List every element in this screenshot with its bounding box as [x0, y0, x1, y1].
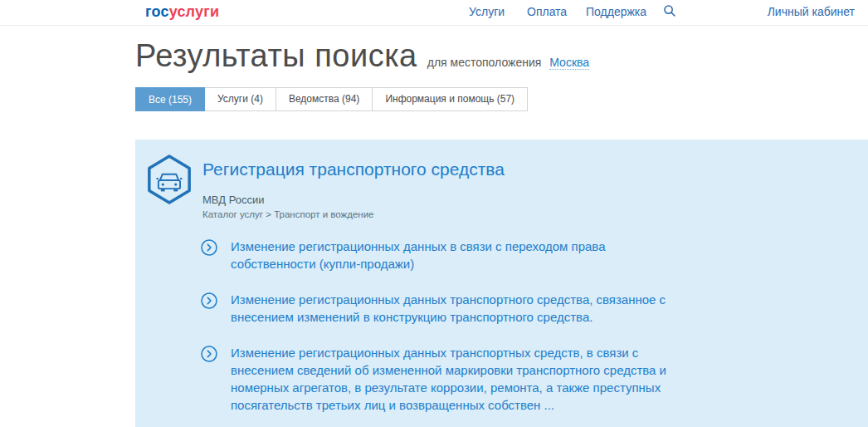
nav-link-support[interactable]: Поддержка: [586, 5, 646, 18]
tab-services[interactable]: Услуги (4): [205, 87, 276, 111]
chevron-right-icon: [201, 346, 217, 366]
list-item-label: Изменение регистрационных данных транспо…: [231, 344, 675, 414]
nav-link-payment[interactable]: Оплата: [527, 5, 567, 18]
result-title-link[interactable]: Регистрация транспортного средства: [202, 160, 505, 179]
list-item-label: Изменение регистрационных данных в связи…: [231, 238, 675, 272]
nav-link-account[interactable]: Личный кабинет: [768, 5, 855, 18]
tab-info-help[interactable]: Информация и помощь (57): [373, 87, 528, 111]
top-header: госуслуги Услуги Оплата Поддержка Личный…: [0, 0, 868, 26]
location-link[interactable]: Москва: [549, 56, 589, 70]
result-tabs: Все (155) Услуги (4) Ведомства (94) Инфо…: [135, 87, 528, 111]
result-agency: МВД России: [202, 194, 264, 206]
page-title: Результаты поиска: [135, 38, 417, 74]
list-item-label: Изменение регистрационных данных транспо…: [231, 291, 675, 326]
nav-link-services[interactable]: Услуги: [469, 5, 505, 18]
logo-text-red: услуги: [169, 3, 220, 20]
logo-text-blue: гос: [145, 3, 169, 20]
list-item[interactable]: Изменение регистрационных данных транспо…: [201, 344, 699, 414]
result-card: Регистрация транспортного средства МВД Р…: [135, 140, 868, 427]
vehicle-icon: [145, 153, 193, 209]
list-item[interactable]: Изменение регистрационных данных транспо…: [201, 291, 699, 326]
gosuslugi-logo[interactable]: госуслуги: [145, 3, 219, 21]
chevron-right-icon: [201, 239, 217, 259]
chevron-right-icon: [201, 292, 217, 312]
search-icon[interactable]: [663, 4, 676, 17]
tab-agencies[interactable]: Ведомства (94): [276, 87, 373, 111]
page-subtitle: для местоположения: [427, 56, 542, 69]
search-results-page: госуслуги Услуги Оплата Поддержка Личный…: [0, 0, 868, 427]
breadcrumb: Каталог услуг > Транспорт и вождение: [202, 209, 373, 219]
list-item[interactable]: Изменение регистрационных данных в связи…: [201, 238, 699, 272]
result-list: Изменение регистрационных данных в связи…: [201, 238, 699, 427]
title-row: Результаты поиска для местоположения Мос…: [135, 38, 849, 74]
tab-all[interactable]: Все (155): [135, 87, 205, 111]
